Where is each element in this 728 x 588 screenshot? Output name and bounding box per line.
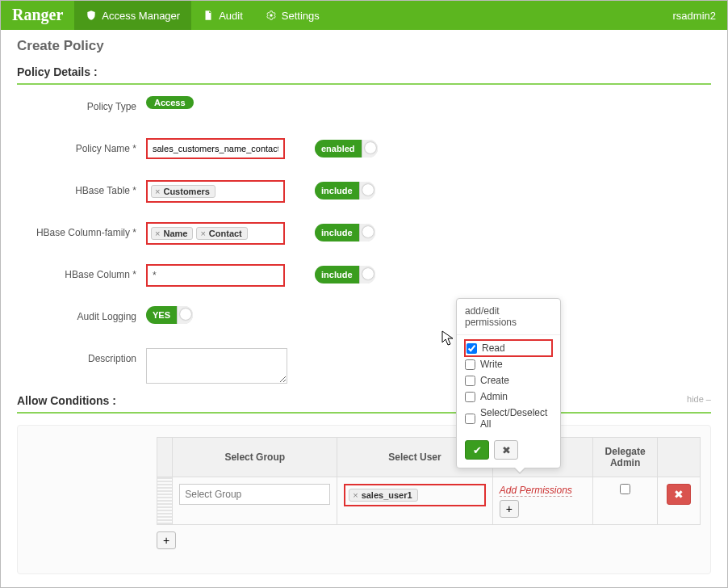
divider bbox=[17, 412, 711, 414]
condition-row: ×sales_user1 Add Permissions + bbox=[157, 477, 701, 525]
add-permissions-link[interactable]: Add Permissions bbox=[500, 485, 572, 497]
add-row-button[interactable]: + bbox=[157, 531, 176, 549]
col-delete bbox=[657, 438, 700, 477]
toggle-enabled[interactable]: enabled bbox=[315, 140, 378, 158]
svg-point-0 bbox=[270, 14, 273, 17]
toggle-audit[interactable]: YES bbox=[146, 306, 193, 324]
description-input[interactable] bbox=[146, 348, 287, 384]
label-policy-name: Policy Name * bbox=[17, 138, 146, 154]
label-description: Description bbox=[17, 348, 146, 364]
toggle-include-table[interactable]: include bbox=[315, 182, 375, 200]
perm-opt-admin[interactable]: Admin bbox=[465, 388, 552, 405]
conditions-table: Select Group Select User Delegate Admin bbox=[157, 437, 701, 525]
user-label: rsadmin2 bbox=[673, 10, 716, 22]
tag-remove-icon[interactable]: × bbox=[155, 229, 160, 238]
toggle-include-cf[interactable]: include bbox=[315, 224, 375, 242]
nav-access-manager[interactable]: Access Manager bbox=[74, 1, 191, 30]
popup-caret-icon bbox=[513, 468, 526, 474]
hbase-col-input[interactable]: * bbox=[146, 264, 285, 287]
tag-remove-icon[interactable]: × bbox=[155, 187, 160, 196]
tag-sales-user1[interactable]: ×sales_user1 bbox=[349, 489, 417, 502]
permissions-popup: add/edit permissions Read Write Create A… bbox=[456, 298, 561, 468]
nav-label: Access Manager bbox=[102, 10, 180, 22]
section-policy-details: Policy Details : bbox=[17, 65, 711, 78]
top-nav: Ranger Access Manager Audit Settings rsa… bbox=[1, 1, 727, 30]
divider bbox=[17, 83, 711, 85]
brand-logo: Ranger bbox=[1, 1, 74, 30]
label-hbase-table: HBase Table * bbox=[17, 180, 146, 196]
shield-icon bbox=[86, 10, 97, 21]
perm-read-checkbox[interactable] bbox=[467, 343, 477, 354]
label-hbase-col: HBase Column * bbox=[17, 264, 146, 280]
tag-remove-icon[interactable]: × bbox=[200, 229, 205, 238]
popup-cancel-button[interactable]: ✖ bbox=[494, 440, 518, 460]
document-icon bbox=[203, 10, 214, 21]
tag-contact[interactable]: ×Contact bbox=[196, 227, 247, 240]
drag-handle[interactable] bbox=[157, 477, 173, 525]
tag-name[interactable]: ×Name bbox=[151, 227, 193, 240]
page-title: Create Policy bbox=[17, 38, 711, 54]
nav-label: Audit bbox=[219, 10, 243, 22]
popup-ok-button[interactable]: ✔ bbox=[465, 440, 489, 460]
policy-name-input[interactable] bbox=[146, 138, 285, 159]
perm-opt-read[interactable]: Read bbox=[465, 340, 552, 356]
label-audit: Audit Logging bbox=[17, 306, 146, 322]
select-user-input[interactable]: ×sales_user1 bbox=[344, 484, 486, 506]
perm-create-checkbox[interactable] bbox=[465, 376, 475, 386]
delete-row-button[interactable]: ✖ bbox=[667, 484, 691, 505]
col-delegate: Delegate Admin bbox=[593, 438, 657, 477]
add-permission-plus-button[interactable]: + bbox=[500, 500, 519, 518]
perm-opt-write[interactable]: Write bbox=[465, 356, 552, 372]
label-policy-type: Policy Type bbox=[17, 96, 146, 112]
delegate-admin-checkbox[interactable] bbox=[620, 484, 630, 494]
popup-title: add/edit permissions bbox=[457, 299, 560, 335]
perm-write-checkbox[interactable] bbox=[465, 359, 475, 370]
hbase-table-input[interactable]: ×Customers bbox=[146, 180, 285, 203]
hide-link[interactable]: hide – bbox=[687, 394, 711, 404]
perm-all-checkbox[interactable] bbox=[465, 414, 475, 424]
nav-label: Settings bbox=[282, 10, 320, 22]
tag-customers[interactable]: ×Customers bbox=[151, 185, 215, 198]
policy-type-badge: Access bbox=[146, 96, 194, 109]
hbase-cf-input[interactable]: ×Name ×Contact bbox=[146, 222, 285, 245]
tag-remove-icon[interactable]: × bbox=[353, 490, 358, 500]
perm-opt-all[interactable]: Select/Deselect All bbox=[465, 405, 552, 432]
perm-opt-create[interactable]: Create bbox=[465, 372, 552, 388]
cursor-icon bbox=[441, 330, 454, 346]
toggle-include-col[interactable]: include bbox=[315, 266, 375, 284]
col-group: Select Group bbox=[173, 438, 337, 477]
conditions-panel: Select Group Select User Delegate Admin bbox=[17, 425, 711, 574]
perm-admin-checkbox[interactable] bbox=[465, 392, 475, 402]
section-allow-conditions: Allow Conditions : bbox=[17, 394, 711, 407]
gear-icon bbox=[266, 10, 277, 21]
select-group-input[interactable] bbox=[179, 484, 330, 505]
nav-audit[interactable]: Audit bbox=[191, 1, 254, 30]
nav-settings[interactable]: Settings bbox=[254, 1, 331, 30]
label-hbase-cf: HBase Column-family * bbox=[17, 222, 146, 238]
user-menu[interactable]: rsadmin2 bbox=[657, 1, 727, 30]
